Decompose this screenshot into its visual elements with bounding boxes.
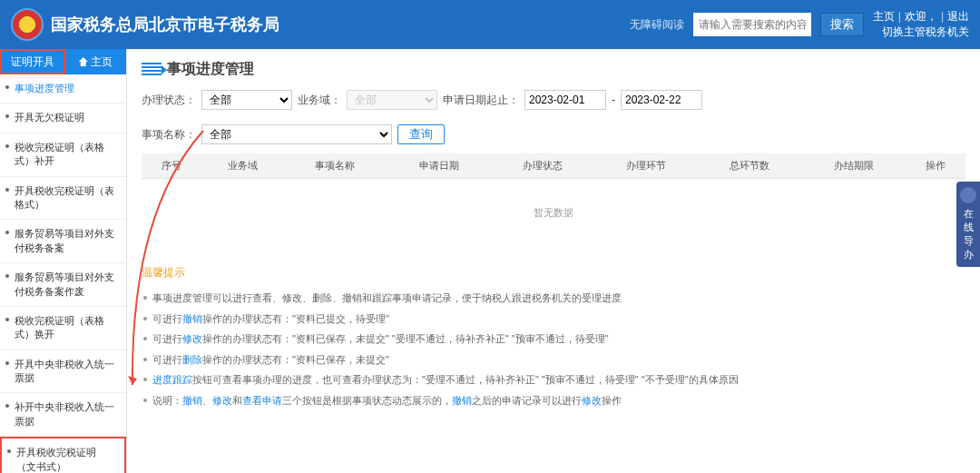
status-select[interactable]: 全部	[201, 90, 292, 110]
col-action: 操作	[906, 153, 965, 179]
sidebar-item-tax-paid-exchange[interactable]: 税收完税证明（表格式）换开	[0, 307, 126, 350]
query-button[interactable]: 查询	[397, 124, 445, 144]
domain-select: 全部	[347, 90, 437, 110]
col-status: 办理状态	[491, 153, 594, 179]
tip-1: 事项进度管理可以进行查看、修改、删除、撤销和跟踪事项申请记录，便于纳税人跟进税务…	[142, 288, 965, 309]
status-label: 办理状态：	[142, 93, 196, 108]
item-select[interactable]: 全部	[201, 124, 392, 144]
col-total-steps: 总环节数	[698, 153, 801, 179]
col-domain: 业务域	[201, 153, 283, 179]
tip-5: 进度跟踪按钮可查看事项办理的进度，也可查看办理状态为："受理不通过，待补齐补正"…	[142, 370, 965, 390]
tips-list: 事项进度管理可以进行查看、修改、删除、撤销和跟踪事项申请记录，便于纳税人跟进税务…	[142, 288, 965, 410]
search-input[interactable]	[693, 13, 811, 36]
online-assist-tab[interactable]: 在线导办	[956, 182, 980, 267]
tip-6: 说明：撤销、修改和查看申请三个按钮是根据事项状态动态展示的，撤销之后的申请记录可…	[142, 390, 965, 411]
date-label: 申请日期起止：	[443, 93, 519, 108]
domain-label: 业务域：	[298, 93, 341, 108]
site-title: 国家税务总局北京市电子税务局	[51, 14, 630, 35]
empty-text: 暂无数据	[142, 179, 965, 248]
progress-table: 序号 业务域 事项名称 申请日期 办理状态 办理环节 总环节数 办结期限 操作 …	[142, 153, 965, 247]
sidebar-item-central-nontax-reissue[interactable]: 补开中央非税收入统一票据	[0, 393, 126, 437]
sidebar-item-tax-paid-reissue[interactable]: 税收完税证明（表格式）补开	[0, 133, 126, 177]
item-label: 事项名称：	[142, 127, 196, 143]
col-deadline: 办结期限	[802, 153, 906, 179]
sidebar-home-tab[interactable]: 主页	[65, 49, 127, 74]
col-date: 申请日期	[387, 153, 490, 179]
tip-2: 可进行撤销操作的办理状态有："资料已提交，待受理"	[142, 309, 965, 330]
sidebar: 证明开具 主页 事项进度管理 开具无欠税证明 税收完税证明（表格式）补开 开具税…	[0, 49, 127, 473]
search-button[interactable]: 搜索	[820, 13, 864, 36]
col-no: 序号	[142, 153, 201, 179]
sidebar-item-tax-paid-cert-table[interactable]: 开具税收完税证明（表格式）	[0, 177, 126, 221]
date-separator: -	[612, 94, 615, 106]
sidebar-item-trade-filing[interactable]: 服务贸易等项目对外支付税务备案	[0, 220, 126, 263]
col-item: 事项名称	[283, 153, 387, 179]
sidebar-item-trade-filing-void[interactable]: 服务贸易等项目对外支付税务备案作废	[0, 263, 126, 307]
tip-4: 可进行删除操作的办理状态有："资料已保存，未提交"	[142, 350, 965, 370]
tips-title: 温馨提示	[142, 265, 965, 281]
assistant-icon	[960, 187, 976, 203]
home-icon	[79, 57, 88, 66]
national-emblem	[11, 8, 44, 41]
logout-link[interactable]: 退出	[947, 10, 969, 23]
welcome-text: 欢迎，	[905, 10, 937, 23]
col-step: 办理环节	[594, 153, 698, 179]
tip-3: 可进行修改操作的办理状态有："资料已保存，未提交" "受理不通过，待补齐补正" …	[142, 329, 965, 350]
home-link[interactable]: 主页	[873, 10, 895, 23]
date-to-input[interactable]	[621, 90, 702, 110]
page-title: 事项进度管理	[167, 60, 254, 79]
sidebar-category-tab[interactable]: 证明开具	[0, 49, 65, 74]
barrier-free-link[interactable]: 无障碍阅读	[630, 17, 684, 33]
sidebar-item-tax-paid-cert-doc[interactable]: 开具税收完税证明（文书式）	[0, 437, 126, 473]
sidebar-item-no-arrears-cert[interactable]: 开具无欠税证明	[0, 103, 126, 133]
sidebar-item-central-nontax-issue[interactable]: 开具中央非税收入统一票据	[0, 350, 126, 394]
date-from-input[interactable]	[524, 90, 606, 110]
sidebar-item-progress-mgmt[interactable]: 事项进度管理	[0, 74, 126, 103]
title-icon	[142, 63, 162, 77]
switch-org-link[interactable]: 切换主管税务机关	[873, 25, 969, 40]
